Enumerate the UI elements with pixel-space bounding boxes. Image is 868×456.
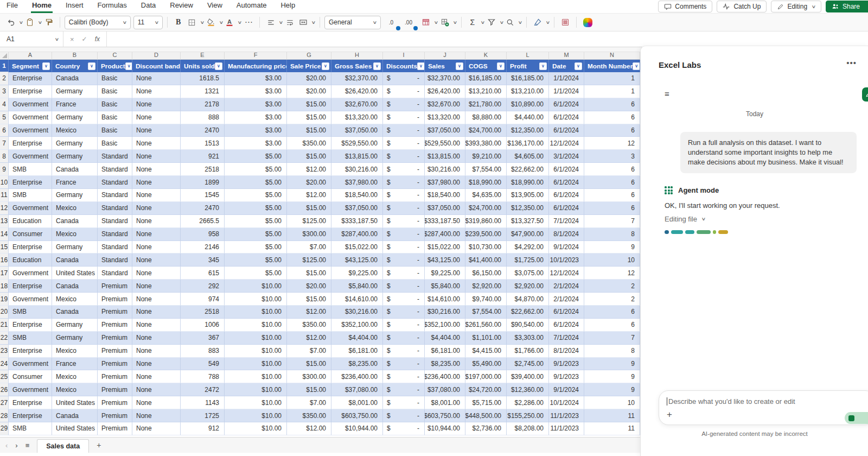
menu-tab-file[interactable]: File [5, 0, 19, 13]
cell[interactable]: $3.00 [225, 111, 287, 124]
confirm-entry-icon[interactable]: ✓ [82, 35, 87, 43]
cell[interactable]: 6/1/2024 [549, 202, 584, 215]
cell[interactable]: $125.00 [287, 254, 331, 267]
cell[interactable]: Premium [98, 293, 132, 306]
cell[interactable]: $15.00 [287, 383, 331, 396]
row-number[interactable]: 24 [0, 358, 9, 371]
cell[interactable]: $30,216.00 [425, 306, 465, 319]
cell[interactable]: 2472 [181, 383, 225, 396]
cell[interactable]: $15.00 [287, 150, 331, 163]
cell[interactable]: 1006 [181, 319, 225, 332]
cell[interactable]: $13,320.00 [425, 111, 465, 124]
cell[interactable]: 11/1/2023 [549, 409, 584, 422]
comments-button[interactable]: Comments [658, 1, 712, 12]
cell[interactable]: 2665.5 [181, 215, 225, 228]
cell[interactable]: $5.00 [225, 150, 287, 163]
row-number[interactable]: 26 [0, 383, 9, 396]
cell[interactable]: $24,700.00 [465, 202, 507, 215]
cell[interactable]: Basic [98, 137, 132, 150]
cell[interactable]: Premium [98, 396, 132, 409]
cell[interactable]: $10.00 [225, 345, 287, 358]
cell[interactable]: $236,400.00 [331, 370, 383, 383]
cell[interactable]: None [132, 189, 181, 202]
cell[interactable]: $6,181.00 [331, 345, 383, 358]
cell[interactable]: 1 [584, 85, 640, 98]
cell[interactable]: None [132, 137, 181, 150]
cell[interactable]: 7/1/2024 [549, 332, 584, 345]
cell[interactable]: $43,125.00 [425, 254, 465, 267]
cell[interactable]: $32,370.00 [331, 72, 383, 85]
cell[interactable]: 6/1/2024 [549, 306, 584, 319]
cell[interactable]: 958 [181, 228, 225, 241]
cell[interactable]: $2,745.00 [507, 358, 549, 371]
cell[interactable]: France [52, 358, 98, 371]
cell[interactable]: None [132, 370, 181, 383]
cell[interactable]: Basic [98, 98, 132, 111]
cell[interactable]: $- [383, 189, 425, 202]
cell[interactable]: 12 [584, 267, 640, 280]
cell[interactable]: $- [383, 396, 425, 409]
wrap-text-button[interactable] [283, 15, 296, 29]
chevron-down-icon[interactable]: ∨ [19, 20, 24, 25]
cell[interactable]: $10.00 [225, 280, 287, 293]
cell[interactable]: $37,980.00 [331, 176, 383, 189]
cell[interactable]: $22,662.00 [507, 306, 549, 319]
cell[interactable]: $15.00 [287, 124, 331, 137]
cell[interactable]: Canada [52, 254, 98, 267]
cell[interactable]: $8,001.00 [425, 396, 465, 409]
cell[interactable]: Mexico [52, 370, 98, 383]
column-header[interactable]: Sale Price∨ [287, 60, 331, 72]
cell[interactable]: $1,101.00 [465, 332, 507, 345]
cell[interactable]: $15.00 [287, 267, 331, 280]
cell[interactable]: 6 [584, 124, 640, 137]
cell[interactable]: 2470 [181, 124, 225, 137]
filter-button[interactable]: ∨ [373, 62, 381, 70]
cell[interactable]: $15,022.00 [425, 241, 465, 254]
cell[interactable]: $1,766.00 [507, 345, 549, 358]
cell[interactable]: 3/1/2024 [549, 150, 584, 163]
cell[interactable]: 6 [584, 202, 640, 215]
filter-button[interactable]: ∨ [575, 62, 582, 70]
cell[interactable]: $15.00 [287, 98, 331, 111]
cell[interactable]: SMB [9, 422, 52, 435]
cell[interactable]: $41,400.00 [465, 254, 507, 267]
cell[interactable]: $20.00 [287, 72, 331, 85]
cell[interactable]: $18,540.00 [425, 189, 465, 202]
filter-button[interactable]: ∨ [633, 62, 640, 70]
row-number[interactable]: 19 [0, 293, 9, 306]
filter-button[interactable]: ∨ [215, 62, 222, 70]
cell[interactable]: 9 [584, 241, 640, 254]
cell[interactable]: Government [9, 293, 52, 306]
column-header[interactable]: Profit∨ [507, 60, 549, 72]
cell[interactable]: $603,750.00 [425, 409, 465, 422]
cell[interactable]: $319,860.00 [465, 215, 507, 228]
cell[interactable]: $9,740.00 [465, 293, 507, 306]
cancel-entry-icon[interactable]: × [70, 35, 74, 43]
cell[interactable]: 6/1/2024 [549, 163, 584, 176]
cell[interactable]: $239,500.00 [465, 228, 507, 241]
cell[interactable]: $- [383, 254, 425, 267]
filter-button[interactable]: ∨ [125, 62, 132, 70]
cell[interactable]: Premium [98, 370, 132, 383]
cell[interactable]: $10.00 [225, 422, 287, 435]
cell[interactable]: $15,022.00 [331, 241, 383, 254]
chevron-down-icon[interactable]: ∨ [480, 20, 485, 25]
cell[interactable]: $4,605.00 [507, 150, 549, 163]
cell[interactable]: None [132, 72, 181, 85]
row-number[interactable]: 23 [0, 345, 9, 358]
cell[interactable]: $10.00 [225, 306, 287, 319]
cell[interactable]: $32,670.00 [425, 98, 465, 111]
column-header[interactable]: Sales∨ [425, 60, 465, 72]
cell[interactable]: 9 [584, 383, 640, 396]
cell[interactable]: Canada [52, 72, 98, 85]
cell[interactable]: Government [9, 111, 52, 124]
insert-cells-button[interactable] [438, 15, 451, 29]
cell[interactable]: $10.00 [225, 358, 287, 371]
cell[interactable]: $10.00 [225, 396, 287, 409]
cell[interactable]: France [52, 98, 98, 111]
cell[interactable]: 10 [584, 396, 640, 409]
cell[interactable]: Standard [98, 150, 132, 163]
row-number[interactable]: 12 [0, 202, 9, 215]
row-number[interactable]: 11 [0, 189, 9, 202]
cell[interactable]: $13,815.00 [425, 150, 465, 163]
